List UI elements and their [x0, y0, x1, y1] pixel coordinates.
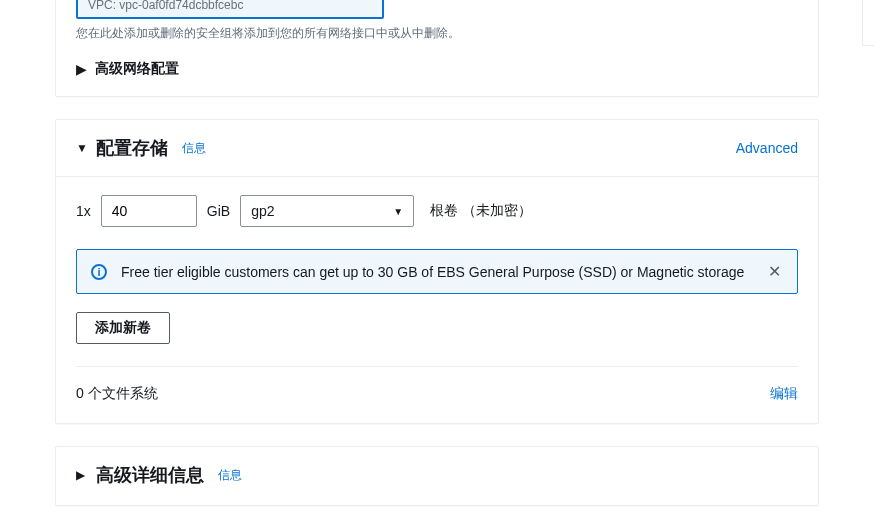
caret-right-icon[interactable]: ▶	[76, 468, 88, 482]
file-systems-count: 0 个文件系统	[76, 385, 158, 403]
volume-unit: GiB	[207, 203, 230, 219]
right-sidebar-stub	[862, 0, 874, 46]
storage-info-link[interactable]: 信息	[182, 140, 206, 157]
security-group-hint: 您在此处添加或删除的安全组将添加到您的所有网络接口中或从中删除。	[76, 25, 798, 42]
free-tier-info-box: i Free tier eligible customers can get u…	[76, 249, 798, 294]
volume-size-input[interactable]	[101, 195, 197, 227]
vpc-select[interactable]: VPC: vpc-0af0fd74dcbbfcebc	[76, 0, 384, 19]
volume-type-select[interactable]: gp2 ▼	[240, 195, 414, 227]
storage-panel-header: ▼ 配置存储 信息 Advanced	[56, 120, 818, 176]
info-icon: i	[91, 264, 107, 280]
caret-right-icon: ▶	[76, 61, 87, 77]
free-tier-message: Free tier eligible customers can get up …	[121, 264, 752, 280]
volume-count: 1x	[76, 203, 91, 219]
advanced-network-toggle[interactable]: ▶ 高级网络配置	[76, 60, 798, 78]
storage-advanced-link[interactable]: Advanced	[736, 140, 798, 156]
close-icon[interactable]: ✕	[766, 262, 783, 281]
network-settings-panel: VPC: vpc-0af0fd74dcbbfcebc 您在此处添加或删除的安全组…	[55, 0, 819, 97]
advanced-details-title: 高级详细信息	[96, 463, 204, 487]
advanced-details-header: ▶ 高级详细信息 信息	[56, 447, 818, 505]
storage-title: 配置存储	[96, 136, 168, 160]
file-systems-edit-link[interactable]: 编辑	[770, 385, 798, 403]
configure-storage-panel: ▼ 配置存储 信息 Advanced 1x GiB gp2 ▼ 根卷 （未加密）…	[55, 119, 819, 424]
volume-type-value: gp2	[251, 203, 274, 219]
root-volume-label: 根卷 （未加密）	[430, 202, 532, 220]
advanced-network-label: 高级网络配置	[95, 60, 179, 78]
chevron-down-icon: ▼	[393, 206, 403, 217]
add-volume-button[interactable]: 添加新卷	[76, 312, 170, 344]
advanced-details-info-link[interactable]: 信息	[218, 467, 242, 484]
file-systems-row: 0 个文件系统 编辑	[76, 366, 798, 403]
advanced-details-panel: ▶ 高级详细信息 信息	[55, 446, 819, 506]
vpc-value: VPC: vpc-0af0fd74dcbbfcebc	[88, 0, 243, 12]
root-volume-row: 1x GiB gp2 ▼ 根卷 （未加密）	[76, 195, 798, 227]
caret-down-icon[interactable]: ▼	[76, 141, 88, 155]
